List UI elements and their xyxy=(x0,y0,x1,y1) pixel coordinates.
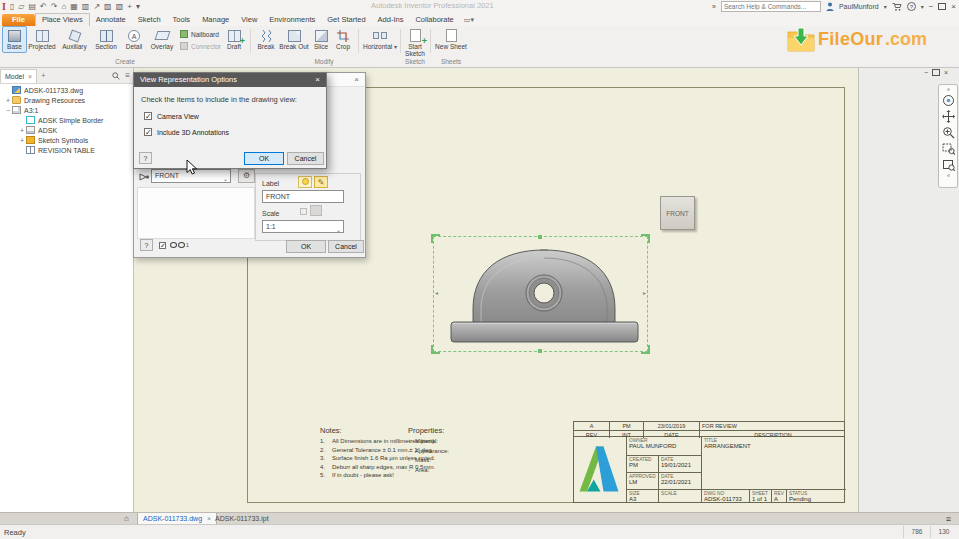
customize-qat-icon[interactable]: ▾ xyxy=(136,0,140,13)
selection-mid-handle[interactable] xyxy=(538,349,542,353)
browser-menu-icon[interactable]: ≡ xyxy=(125,71,130,80)
navigation-wheel-icon[interactable] xyxy=(942,94,955,107)
expand-icon[interactable]: + xyxy=(18,137,26,144)
window-minimize-button[interactable]: − xyxy=(929,2,934,11)
zoom-window-icon[interactable] xyxy=(942,142,955,155)
measure-icon[interactable]: ↗ xyxy=(93,0,100,13)
horizontal-button[interactable]: Horizontal ▾ xyxy=(362,27,398,51)
tab-sketch[interactable]: Sketch xyxy=(132,14,167,26)
rep-dialog-help-button[interactable]: ? xyxy=(139,152,152,164)
appearance-icon[interactable]: ▧ xyxy=(116,0,124,13)
canvas-restore-button[interactable] xyxy=(932,69,940,76)
slice-button[interactable]: Slice xyxy=(310,27,332,51)
view-label-input[interactable]: FRONT xyxy=(262,190,344,203)
tab-get-started[interactable]: Get Started xyxy=(321,14,371,26)
zoom-selected-icon[interactable] xyxy=(942,158,955,171)
ribbon-display-toggle-icon[interactable]: ▭▾ xyxy=(460,16,478,26)
draft-view-button[interactable]: + Draft xyxy=(222,27,246,51)
rep-dialog-ok-button[interactable]: OK xyxy=(244,152,284,165)
view-preview-chip[interactable]: FRONT xyxy=(660,196,695,230)
tab-view[interactable]: View xyxy=(235,14,263,26)
window-close-button[interactable]: × xyxy=(951,2,956,11)
break-button[interactable]: Break xyxy=(254,27,278,51)
zoom-icon[interactable] xyxy=(942,126,955,139)
canvas-close-button[interactable]: × xyxy=(944,69,948,76)
search-expand-icon[interactable]: » xyxy=(712,3,716,10)
undo-icon[interactable]: ↶ xyxy=(40,0,47,13)
tree-item-sheet-a3[interactable]: − A3:1 xyxy=(0,105,133,115)
horizontal-dropdown-arrow-icon[interactable]: ▾ xyxy=(394,44,397,50)
tab-environments[interactable]: Environments xyxy=(263,14,321,26)
lighting-style-button[interactable] xyxy=(298,176,312,188)
new-sheet-button[interactable]: New Sheet xyxy=(433,27,469,51)
drawing-view-ok-button[interactable]: OK xyxy=(286,240,326,253)
help-menu-arrow-icon[interactable]: ▾ xyxy=(921,3,924,10)
navbar-options-icon[interactable] xyxy=(947,174,950,177)
scale-from-base-checkbox[interactable] xyxy=(300,208,307,215)
window-restore-button[interactable] xyxy=(938,3,946,10)
material-icon[interactable]: ▨ xyxy=(104,0,112,13)
tree-item-adsk-simple-border[interactable]: ADSK Simple Border xyxy=(0,115,133,125)
pan-icon[interactable] xyxy=(942,110,955,123)
browser-tab-model[interactable]: Model × xyxy=(0,69,37,83)
open-file-icon[interactable]: ▱ xyxy=(18,0,24,13)
drawing-view-help-button[interactable]: ? xyxy=(140,239,153,251)
browser-tab-close-icon[interactable]: × xyxy=(28,70,32,83)
auxiliary-view-button[interactable]: Auxiliary xyxy=(58,27,91,51)
help-icon[interactable]: ? xyxy=(907,2,916,11)
user-name[interactable]: PaulMunford xyxy=(839,3,879,10)
print-icon[interactable]: ▥ xyxy=(82,0,90,13)
tree-item-drawing[interactable]: ADSK-011733.dwg xyxy=(0,85,133,95)
camera-view-checkbox[interactable]: ✓ xyxy=(144,112,152,120)
browser-search-icon[interactable] xyxy=(112,72,120,80)
tab-annotate[interactable]: Annotate xyxy=(90,14,132,26)
scale-select[interactable]: 1:1 ⌄ xyxy=(262,220,344,233)
home-icon[interactable]: ⌂ xyxy=(61,0,66,13)
user-menu-arrow-icon[interactable]: ▾ xyxy=(884,3,887,10)
tab-add-ins[interactable]: Add-Ins xyxy=(372,14,410,26)
tab-file[interactable]: File xyxy=(2,14,35,26)
tree-item-sketch-symbols[interactable]: + Sketch Symbols xyxy=(0,135,133,145)
collapse-icon[interactable]: − xyxy=(4,107,12,114)
tab-place-views[interactable]: Place Views xyxy=(35,13,90,26)
drawing-view-selection[interactable]: ◂ ▸ xyxy=(433,236,648,352)
view-rep-options-gear-button[interactable]: ⚙ xyxy=(238,169,255,183)
tab-tools[interactable]: Tools xyxy=(167,14,197,26)
detail-view-button[interactable]: A Detail xyxy=(121,27,147,51)
browser-add-tab-icon[interactable]: + xyxy=(41,72,45,79)
expand-icon[interactable]: + xyxy=(18,127,26,134)
crop-button[interactable]: Crop xyxy=(332,27,354,51)
base-view-button[interactable]: Base xyxy=(2,26,27,53)
tab-manage[interactable]: Manage xyxy=(196,14,235,26)
drawing-view-dialog-close-icon[interactable]: × xyxy=(354,75,359,84)
tree-item-drawing-resources[interactable]: + Drawing Resources xyxy=(0,95,133,105)
drawing-view-cancel-button[interactable]: Cancel xyxy=(328,240,364,253)
search-input[interactable] xyxy=(721,1,821,12)
break-out-button[interactable]: Break Out xyxy=(278,27,310,51)
expand-icon[interactable]: + xyxy=(4,97,12,104)
preview-checkbox[interactable]: ✓ xyxy=(159,242,166,249)
tree-item-revision-table[interactable]: REVISION TABLE xyxy=(0,145,133,155)
projected-view-button[interactable]: Projected xyxy=(26,27,58,51)
view-rep-list-panel[interactable] xyxy=(137,187,255,239)
cart-icon[interactable] xyxy=(892,3,902,11)
add-command-icon[interactable]: + xyxy=(127,0,132,13)
sketch-icon[interactable]: ▦ xyxy=(70,0,78,13)
save-icon[interactable]: ▤ xyxy=(28,0,36,13)
selection-mid-handle[interactable] xyxy=(538,235,542,239)
redo-icon[interactable]: ↷ xyxy=(51,0,58,13)
tree-item-adsk[interactable]: + ADSK xyxy=(0,125,133,135)
navbar-handle-icon[interactable] xyxy=(947,88,950,91)
section-view-button[interactable]: Section xyxy=(91,27,121,51)
include-3d-annotations-checkbox[interactable]: ✓ xyxy=(144,128,152,136)
start-sketch-button[interactable]: + Start Sketch xyxy=(402,27,428,58)
rep-dialog-titlebar[interactable]: View Representation Options xyxy=(134,73,326,87)
nailboard-button[interactable]: Nailboard xyxy=(180,30,219,38)
rep-dialog-cancel-button[interactable]: Cancel xyxy=(287,152,324,165)
tab-collaborate[interactable]: Collaborate xyxy=(409,14,459,26)
edit-label-button[interactable]: ✎ xyxy=(314,176,328,188)
rep-dialog-close-icon[interactable]: × xyxy=(315,75,320,84)
overlay-view-button[interactable]: Overlay xyxy=(147,27,177,51)
canvas-minimize-button[interactable]: − xyxy=(924,69,928,76)
new-file-icon[interactable]: ▯ xyxy=(10,0,14,13)
